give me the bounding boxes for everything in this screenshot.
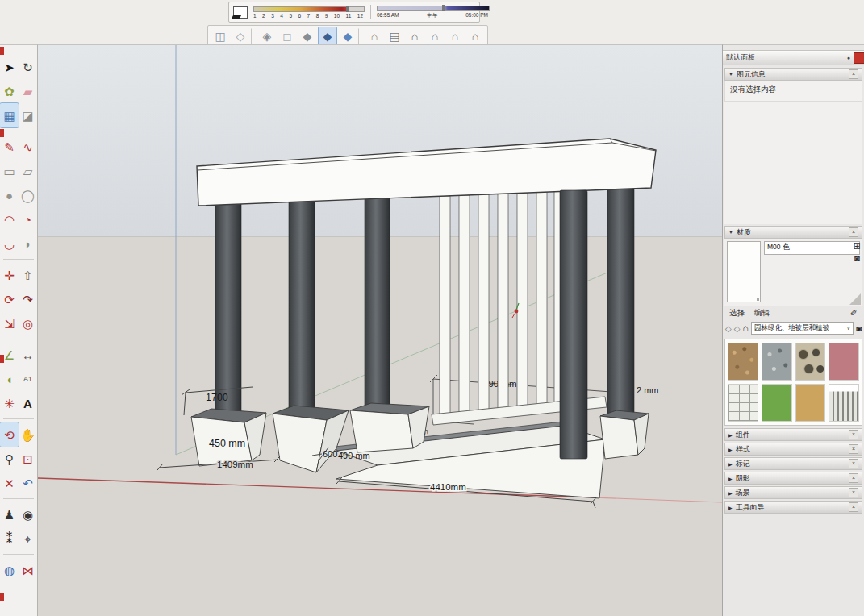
two-point-arc-tool[interactable]: ◡ xyxy=(0,231,19,256)
section-tags[interactable]: ▶ 标记 × xyxy=(724,457,862,470)
pin-icon[interactable]: ● xyxy=(847,55,850,60)
separator[interactable] xyxy=(251,28,257,44)
section-components[interactable]: ▶ 组件 × xyxy=(724,428,862,441)
text-tool[interactable]: A1 xyxy=(19,367,37,391)
dimension-tool[interactable]: ↔ xyxy=(19,343,37,367)
dimension-label[interactable]: 490 mm xyxy=(338,451,370,460)
arc-tool[interactable]: ◠ xyxy=(0,207,19,231)
partial-tool-a[interactable]: ◍ xyxy=(0,558,19,582)
look-around-tool[interactable]: ◉ xyxy=(19,502,37,527)
view-top[interactable]: ▤ xyxy=(385,27,404,46)
close-icon[interactable]: × xyxy=(849,69,858,79)
swatch-gravel-gray[interactable] xyxy=(762,343,792,381)
offset-tool[interactable]: ◎ xyxy=(19,311,37,335)
rectangle-tool[interactable]: ▭ xyxy=(0,159,19,183)
axes-tool[interactable]: ✳ xyxy=(0,391,19,415)
view-right[interactable]: ⌂ xyxy=(425,27,445,46)
eyedropper-icon[interactable]: ✐ xyxy=(850,308,858,318)
view-front[interactable]: ⌂ xyxy=(405,27,424,46)
panel-title-bar[interactable]: 默认面板 ● xyxy=(723,50,864,65)
3d-text-tool[interactable]: A xyxy=(19,391,37,415)
forward-arrow-icon[interactable]: ◇ xyxy=(734,324,741,333)
entity-info-header[interactable]: ▼ 图元信息 × xyxy=(724,68,862,81)
previous-view-tool[interactable]: ↶ xyxy=(19,471,37,495)
xray-box-tool[interactable]: ▦ xyxy=(0,103,19,127)
pedestal-right[interactable] xyxy=(600,410,649,459)
walk-tool[interactable]: ⁑ xyxy=(0,527,19,551)
style-xray[interactable]: ◫ xyxy=(211,27,230,46)
position-camera-tool[interactable]: ♟ xyxy=(0,502,19,527)
materials-header[interactable]: ▼ 材质 × xyxy=(724,226,862,239)
paint-bucket-tool[interactable]: ✿ xyxy=(0,79,19,103)
date-slider-thumb[interactable] xyxy=(346,6,349,12)
section-instructor[interactable]: ▶ 工具向导 × xyxy=(724,501,862,514)
move-tool[interactable]: ✛ xyxy=(0,263,19,287)
swatch-rose-solid[interactable] xyxy=(829,343,859,381)
section-shadows[interactable]: ▶ 阴影 × xyxy=(724,472,862,485)
separator[interactable] xyxy=(358,28,364,44)
separator[interactable] xyxy=(3,551,34,555)
close-icon[interactable]: × xyxy=(849,459,858,468)
close-icon[interactable]: × xyxy=(849,227,858,237)
dimension-label[interactable]: 600 xyxy=(323,449,337,459)
plane-tool[interactable]: ◪ xyxy=(19,103,37,127)
shadow-time-slider[interactable]: 06:55 AM 中午 05:00 PM xyxy=(377,6,490,19)
partial-tool-b[interactable]: ⋈ xyxy=(19,558,37,582)
zoom-tool[interactable]: ⚲ xyxy=(0,447,19,471)
view-left[interactable]: ⌂ xyxy=(465,27,485,46)
push-pull-tool[interactable]: ⇧ xyxy=(19,263,37,287)
section-styles[interactable]: ▶ 样式 × xyxy=(724,443,862,456)
close-icon[interactable]: × xyxy=(849,473,858,483)
zoom-window-tool[interactable]: ⊡ xyxy=(19,447,37,471)
style-hidden-line[interactable]: ◻ xyxy=(278,27,297,46)
line-tool[interactable]: ✎ xyxy=(0,135,19,159)
pedestal-third[interactable] xyxy=(350,403,429,452)
swatch-cobblestone[interactable] xyxy=(795,343,826,381)
orbit-tool[interactable]: ⟲ xyxy=(0,422,19,447)
style-shaded[interactable]: ◆ xyxy=(298,27,317,46)
separator[interactable] xyxy=(3,335,34,339)
view-iso[interactable]: ⌂ xyxy=(365,27,384,46)
material-preview[interactable] xyxy=(727,241,761,302)
close-icon[interactable]: × xyxy=(849,502,858,512)
zoom-extents-tool[interactable]: ✕ xyxy=(0,471,19,495)
swatch-paver-white[interactable] xyxy=(728,384,758,422)
circle-tool[interactable]: ● xyxy=(0,183,19,207)
view-back[interactable]: ⌂ xyxy=(445,27,465,46)
time-slider-track[interactable] xyxy=(377,6,490,11)
polygon-tool[interactable]: ◯ xyxy=(19,183,37,207)
dimension-label[interactable]: 4410mm xyxy=(430,482,466,492)
close-icon[interactable]: × xyxy=(849,430,858,439)
pie-tool[interactable]: ◔ xyxy=(19,207,37,231)
make-component-tool[interactable]: ↻ xyxy=(19,55,37,79)
sample-paint-icon[interactable]: ◙ xyxy=(854,254,860,263)
dimension-label[interactable]: 1700 xyxy=(206,392,228,403)
close-icon[interactable]: × xyxy=(849,488,858,497)
swatch-gravel-brown[interactable] xyxy=(728,343,758,381)
swatch-sand-tan[interactable] xyxy=(795,384,826,422)
eraser-tool[interactable]: ▰ xyxy=(19,79,37,103)
style-shaded-textures[interactable]: ◆ xyxy=(318,27,337,46)
target-tool[interactable]: ⌖ xyxy=(19,527,37,551)
paint-bucket-icon[interactable]: ◙ xyxy=(856,323,862,333)
separator[interactable] xyxy=(3,256,34,260)
viewport-canvas[interactable]: 390 mm 500 mm xyxy=(38,45,722,616)
three-point-arc-tool[interactable]: ◗ xyxy=(19,231,37,256)
dimension-label[interactable]: 2 mm xyxy=(637,385,659,395)
shadow-date-slider[interactable]: 123456789101112 xyxy=(253,6,365,19)
style-monochrome[interactable]: ◆ xyxy=(338,27,357,46)
rotate-tool[interactable]: ⟳ xyxy=(0,287,19,311)
viewport[interactable]: 390 mm 500 mm xyxy=(38,44,722,616)
style-wireframe[interactable]: ◈ xyxy=(257,27,277,46)
create-material-icon[interactable]: ⊞ xyxy=(854,242,861,251)
home-icon[interactable]: ⌂ xyxy=(742,323,748,334)
dimension-label[interactable]: 1409mm xyxy=(217,460,253,469)
time-slider-thumb[interactable] xyxy=(442,5,445,11)
dimension-label[interactable]: 450 mm xyxy=(209,438,245,449)
back-arrow-icon[interactable]: ◇ xyxy=(725,324,732,333)
separator[interactable] xyxy=(3,415,34,419)
select-tool[interactable]: ➤ xyxy=(0,55,19,79)
swatch-fence-slats[interactable] xyxy=(829,384,859,422)
swatch-grass-green[interactable] xyxy=(762,384,792,422)
material-category-dropdown[interactable]: 园林绿化、地被层和植被 ∨ xyxy=(751,322,854,335)
